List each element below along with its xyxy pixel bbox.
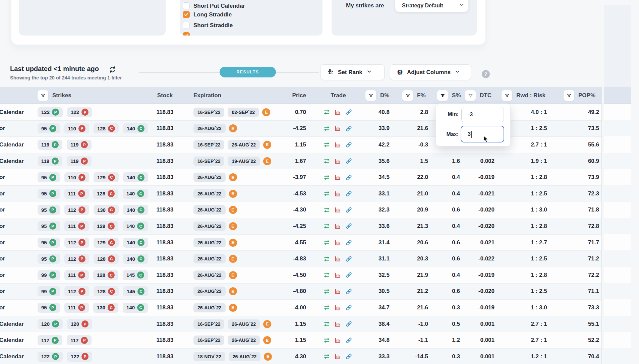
link-trade-icon[interactable] <box>345 255 352 262</box>
table-row[interactable]: or95P111P128C140C118.8326-AUG`22E-4.5333… <box>0 185 601 202</box>
link-trade-icon[interactable] <box>345 337 352 344</box>
swap-trade-icon[interactable] <box>323 353 330 360</box>
strike-badge: 140C <box>123 123 148 133</box>
adjust-columns-label: Adjust Columns <box>407 69 451 76</box>
swap-trade-icon[interactable] <box>323 304 330 311</box>
put-icon: P <box>49 239 56 246</box>
set-rank-button[interactable]: Set Rank <box>321 64 385 80</box>
strategy-checkbox-item[interactable] <box>183 32 190 36</box>
chart-trade-icon[interactable] <box>334 206 341 214</box>
swap-trade-icon[interactable] <box>323 271 330 279</box>
swap-trade-icon[interactable] <box>323 174 330 181</box>
table-row[interactable]: Calendar120P120P118.8316-SEP`2226-AUG`22… <box>0 316 601 332</box>
link-trade-icon[interactable] <box>345 206 352 214</box>
link-trade-icon[interactable] <box>345 223 352 230</box>
link-trade-icon[interactable] <box>345 109 352 116</box>
chart-trade-icon[interactable] <box>334 141 341 148</box>
pop-percent-cell: 71.8 <box>570 202 599 218</box>
dtc-filter-button[interactable] <box>465 90 476 101</box>
checkbox-icon[interactable] <box>183 22 190 29</box>
max-input-focused[interactable]: 3 <box>461 126 504 142</box>
chart-trade-icon[interactable] <box>334 125 341 132</box>
chart-trade-icon[interactable] <box>334 288 341 295</box>
link-trade-icon[interactable] <box>345 158 352 165</box>
swap-trade-icon[interactable] <box>323 141 330 148</box>
swap-trade-icon[interactable] <box>323 206 330 214</box>
expiration-badge: 26-AUG`22 <box>193 222 226 231</box>
table-row[interactable]: or99P111P128C145C118.8326-AUG`22E-4.5032… <box>0 267 601 283</box>
d-percent-filter-button[interactable] <box>365 90 376 101</box>
swap-trade-icon[interactable] <box>323 125 330 132</box>
strategy-checkbox-item[interactable]: Short Straddle <box>183 22 233 29</box>
table-row[interactable]: or95P111P130C140C118.8326-AUG`22E-4.0034… <box>0 299 601 316</box>
adjust-columns-button[interactable]: ⚙ Adjust Columns <box>390 64 471 80</box>
swap-trade-icon[interactable] <box>323 288 330 295</box>
strikes-filter-button[interactable] <box>38 90 48 101</box>
chart-trade-icon[interactable] <box>334 255 341 262</box>
checkbox-icon[interactable] <box>183 11 190 18</box>
strike-value: 95 <box>41 305 47 310</box>
call-icon: C <box>108 206 115 214</box>
swap-trade-icon[interactable] <box>323 223 330 230</box>
link-trade-icon[interactable] <box>345 141 352 148</box>
chart-trade-icon[interactable] <box>334 353 341 360</box>
link-trade-icon[interactable] <box>345 304 352 311</box>
rwd-risk-filter-button[interactable] <box>502 90 512 101</box>
pop-percent-filter-button[interactable] <box>564 90 574 101</box>
chart-trade-icon[interactable] <box>334 109 341 116</box>
strategy-checkbox-item[interactable]: Short Put Calendar <box>183 2 245 9</box>
swap-trade-icon[interactable] <box>323 320 330 328</box>
help-icon[interactable]: ? <box>482 70 490 78</box>
checkbox-icon[interactable] <box>183 32 190 36</box>
table-row[interactable]: or95P112P130C140C118.8326-AUG`22E-4.3032… <box>0 202 601 218</box>
table-row[interactable]: Calendar119P119P118.8316-SEP`2219-AUG`22… <box>0 153 601 169</box>
table-row[interactable]: Calendar117P117P118.8316-SEP`2226-AUG`22… <box>0 332 601 348</box>
swap-trade-icon[interactable] <box>323 239 330 246</box>
chart-trade-icon[interactable] <box>334 337 341 344</box>
chart-trade-icon[interactable] <box>334 158 341 165</box>
chart-trade-icon[interactable] <box>334 304 341 311</box>
rwd-risk-cell: 1 : 2.5 <box>515 251 563 267</box>
table-row[interactable]: or95P110P128C140C118.8326-AUG`22E-4.2533… <box>0 120 601 137</box>
swap-trade-icon[interactable] <box>323 158 330 165</box>
chart-trade-icon[interactable] <box>334 190 341 197</box>
table-row[interactable]: or95P111P129C140C118.8326-AUG`22E-4.2533… <box>0 218 601 234</box>
swap-trade-icon[interactable] <box>323 109 330 116</box>
strikes-dropdown[interactable]: Strategy Default <box>395 0 469 12</box>
table-row[interactable]: or95P112P128C140C118.8326-AUG`22E-4.8331… <box>0 250 601 267</box>
strategy-checkbox-item[interactable]: Long Straddle <box>183 11 232 18</box>
table-row[interactable]: or95P112P129C140C118.8326-AUG`22E-4.5531… <box>0 234 601 251</box>
expiration-cell: 26-AUG`22E <box>193 235 237 251</box>
link-trade-icon[interactable] <box>345 353 352 360</box>
table-row[interactable]: Calendar122P122P118.8316-SEP`2202-SEP`22… <box>0 104 601 120</box>
chart-trade-icon[interactable] <box>334 271 341 279</box>
link-trade-icon[interactable] <box>345 239 352 246</box>
table-row[interactable]: Calendar119P119P118.8316-SEP`2226-AUG`22… <box>0 136 601 153</box>
s-percent-filter-button-active[interactable] <box>437 90 448 101</box>
chart-trade-icon[interactable] <box>334 223 341 230</box>
chart-trade-icon[interactable] <box>334 174 341 181</box>
swap-trade-icon[interactable] <box>323 255 330 262</box>
chart-trade-icon[interactable] <box>334 320 341 328</box>
link-trade-icon[interactable] <box>345 320 352 328</box>
earnings-icon: E <box>229 206 237 214</box>
link-trade-icon[interactable] <box>345 174 352 181</box>
stock-price-cell: 118.83 <box>148 251 182 267</box>
refresh-icon[interactable] <box>109 66 116 73</box>
table-row[interactable]: Calendar122P122P118.8318-NOV`2226-AUG`22… <box>0 348 601 364</box>
stock-price-cell: 118.83 <box>148 349 182 364</box>
link-trade-icon[interactable] <box>345 271 352 279</box>
strike-value: 112 <box>68 207 76 213</box>
min-input[interactable]: -3 <box>461 107 504 122</box>
link-trade-icon[interactable] <box>345 288 352 295</box>
table-row[interactable]: or95P110P129C140C118.8326-AUG`22E-3.9734… <box>0 169 601 185</box>
swap-trade-icon[interactable] <box>323 337 330 344</box>
swap-trade-icon[interactable] <box>323 190 330 197</box>
checkbox-icon[interactable] <box>183 2 190 9</box>
f-percent-filter-button[interactable] <box>402 90 413 101</box>
chart-trade-icon[interactable] <box>334 239 341 246</box>
link-trade-icon[interactable] <box>345 190 352 197</box>
link-trade-icon[interactable] <box>345 125 352 132</box>
call-icon: C <box>108 255 115 262</box>
table-row[interactable]: or99P112P128C145C118.8326-AUG`22E-4.8030… <box>0 283 601 300</box>
